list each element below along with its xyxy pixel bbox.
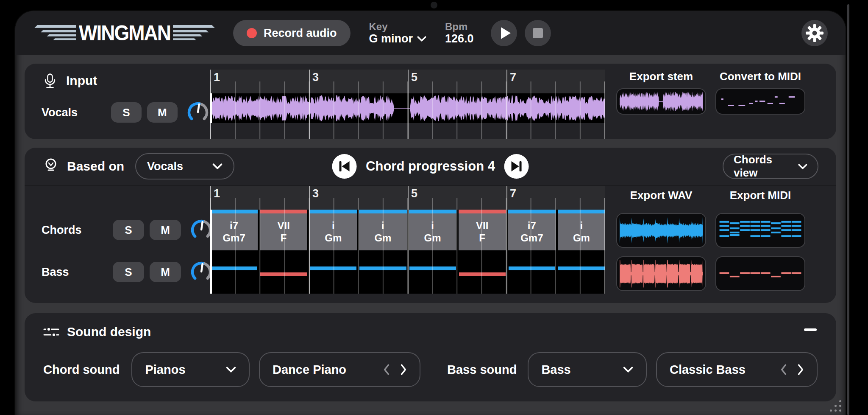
chevron-down-icon xyxy=(417,36,426,42)
collapse-section-button[interactable] xyxy=(804,328,817,331)
bass-note[interactable] xyxy=(309,250,357,294)
play-button[interactable] xyxy=(491,20,517,46)
vocals-waveform xyxy=(210,93,605,123)
bass-note[interactable] xyxy=(210,250,258,294)
chevron-down-icon xyxy=(623,367,633,373)
based-on-source-select[interactable]: Vocals xyxy=(135,153,234,179)
bass-note[interactable] xyxy=(359,250,406,294)
bass-note[interactable] xyxy=(508,250,556,294)
timeline-ruler: 1357 xyxy=(210,186,605,210)
based-on-label: Based on xyxy=(67,159,124,174)
export-stem-label: Export stem xyxy=(616,67,706,86)
key-value: G minor xyxy=(369,32,413,45)
chords-wav-thumb-wave xyxy=(620,216,703,245)
chord-category-value: Pianos xyxy=(145,363,185,377)
export-wav-label: Export WAV xyxy=(616,186,706,205)
next-progression-button[interactable] xyxy=(504,154,529,179)
sound-design-section: Sound design Chord sound Pianos Dance Pi… xyxy=(25,313,836,401)
chords-solo-button[interactable]: S xyxy=(113,220,144,240)
bass-mute-button[interactable]: M xyxy=(150,262,181,282)
chord-preset-selector: Dance Piano xyxy=(259,352,420,387)
device-screen: WINGMAN Record audio Key G minor xyxy=(0,0,868,415)
bass-preset-value: Classic Bass xyxy=(670,363,746,377)
chords-track-controls: Chords S M xyxy=(42,218,214,242)
bass-category-value: Bass xyxy=(541,363,570,377)
chord-lane: i7Gm7 VIIF iGm iGm iGm VIIF i7Gm7 iGm xyxy=(210,210,605,250)
bezel-edge xyxy=(847,4,849,415)
view-selected-value: Chords view xyxy=(734,153,798,179)
chord-block[interactable]: VIIF xyxy=(459,210,506,250)
bass-note[interactable] xyxy=(260,250,307,294)
chevron-down-icon xyxy=(212,163,223,169)
chord-block[interactable]: iGm xyxy=(309,210,357,250)
wingman-logo: WINGMAN xyxy=(32,22,217,45)
previous-progression-button[interactable] xyxy=(332,154,356,179)
chords-midi-thumb-notes xyxy=(719,216,802,245)
skip-next-icon xyxy=(504,154,529,179)
convert-to-midi-button[interactable] xyxy=(715,88,805,115)
chord-category-select[interactable]: Pianos xyxy=(131,352,250,387)
bass-track-label: Bass xyxy=(42,266,113,279)
bass-note[interactable] xyxy=(409,250,456,294)
chord-block[interactable]: i7Gm7 xyxy=(210,210,258,250)
based-on-section: Based on Vocals Chord progression 4 xyxy=(25,148,836,303)
chord-block[interactable]: iGm xyxy=(409,210,456,250)
chevron-right-icon[interactable] xyxy=(400,364,407,375)
record-audio-button[interactable]: Record audio xyxy=(233,20,351,46)
chevron-right-icon[interactable] xyxy=(797,364,804,375)
bpm-label: Bpm xyxy=(445,21,474,33)
export-wav-chords-button[interactable] xyxy=(616,213,706,248)
bass-track-controls: Bass S M xyxy=(42,260,214,284)
export-wav-bass-button[interactable] xyxy=(616,256,706,291)
input-section: Input Vocals S M 1357 xyxy=(25,64,836,139)
bass-solo-button[interactable]: S xyxy=(113,262,144,282)
bass-category-select[interactable]: Bass xyxy=(528,352,647,387)
chevron-down-icon xyxy=(226,367,236,373)
export-midi-label: Export MIDI xyxy=(715,186,805,205)
bass-preset-selector: Classic Bass xyxy=(656,352,818,387)
resize-grip[interactable] xyxy=(826,396,841,412)
bass-wav-thumb-wave xyxy=(620,259,703,289)
bass-lane xyxy=(210,250,605,294)
bpm-control[interactable]: Bpm 126.0 xyxy=(445,21,474,46)
vocals-solo-button[interactable]: S xyxy=(111,102,142,123)
export-midi-chords-button[interactable] xyxy=(715,213,805,248)
bass-sound-label: Bass sound xyxy=(447,363,517,377)
vocals-mute-button[interactable]: M xyxy=(147,102,178,123)
chords-view-select[interactable]: Chords view xyxy=(723,154,818,179)
bass-note[interactable] xyxy=(459,250,506,294)
playhead[interactable] xyxy=(210,93,212,123)
lightbulb-icon xyxy=(42,157,59,176)
microphone-icon xyxy=(42,71,58,90)
chord-preset-value: Dance Piano xyxy=(273,363,346,377)
wing-right-icon xyxy=(173,22,217,44)
bass-note[interactable] xyxy=(558,250,605,294)
stop-button[interactable] xyxy=(525,20,551,46)
app-window: WINGMAN Record audio Key G minor xyxy=(15,11,846,415)
playhead[interactable] xyxy=(210,210,212,294)
export-stem-button[interactable] xyxy=(616,88,706,115)
progression-timeline: 1357 i7Gm7 VIIF iGm iGm iGm VIIF i7Gm7 i… xyxy=(210,186,605,294)
chord-block[interactable]: iGm xyxy=(359,210,406,250)
vocals-track-controls: Vocals S M xyxy=(42,100,210,125)
top-bar: WINGMAN Record audio Key G minor xyxy=(15,11,846,55)
chord-block[interactable]: i7Gm7 xyxy=(508,210,556,250)
export-midi-bass-button[interactable] xyxy=(715,256,805,291)
logo-text: WINGMAN xyxy=(79,21,170,45)
chevron-left-icon[interactable] xyxy=(383,364,390,375)
chord-block[interactable]: VIIF xyxy=(260,210,307,250)
chords-mute-button[interactable]: M xyxy=(150,220,181,240)
key-selector[interactable]: Key G minor xyxy=(369,21,427,46)
chevron-left-icon[interactable] xyxy=(780,364,787,375)
convert-midi-thumb-notes xyxy=(719,91,802,112)
input-section-title: Input xyxy=(66,73,97,88)
gear-icon xyxy=(802,21,827,45)
vocals-volume-knob[interactable] xyxy=(186,100,210,125)
chord-sound-label: Chord sound xyxy=(43,363,120,377)
vocals-track-label: Vocals xyxy=(42,106,111,119)
source-selected-value: Vocals xyxy=(147,160,183,173)
chord-block[interactable]: iGm xyxy=(558,210,605,250)
wing-left-icon xyxy=(32,22,76,44)
settings-button[interactable] xyxy=(801,20,828,46)
key-label: Key xyxy=(369,21,427,33)
